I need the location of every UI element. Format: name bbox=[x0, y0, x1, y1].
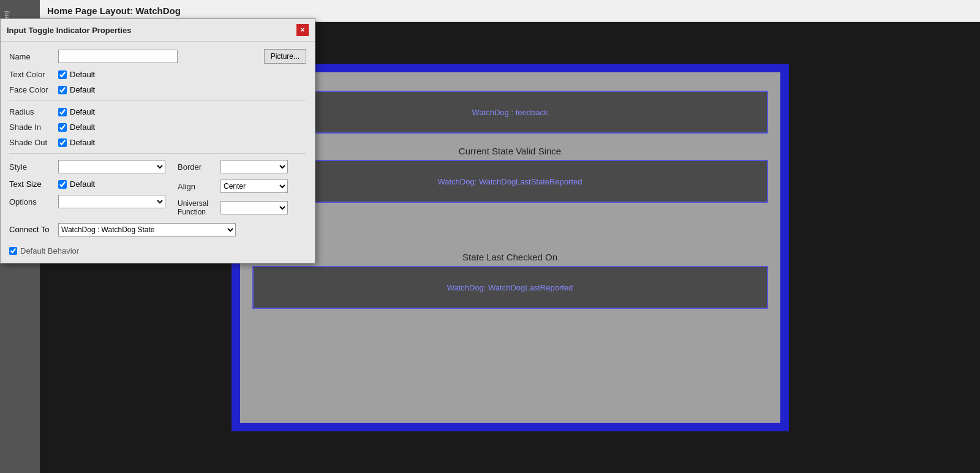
text-color-label: Text Color bbox=[9, 70, 58, 79]
universal-function-select[interactable] bbox=[221, 201, 288, 214]
border-label: Border bbox=[178, 162, 221, 172]
widget-last-state-bar[interactable]: WatchDog: WatchDogLastStateReported bbox=[252, 160, 768, 203]
text-color-default-checkbox[interactable] bbox=[58, 70, 67, 79]
dialog-title: Input Toggle Indicator Properties bbox=[7, 26, 131, 35]
widget-last-reported-bar[interactable]: WatchDog: WatchDogLastReported bbox=[252, 266, 768, 309]
style-label: Style bbox=[9, 162, 58, 172]
name-row: Name Picture... bbox=[9, 49, 306, 64]
shade-in-default-checkbox[interactable] bbox=[58, 123, 67, 132]
text-size-default-label: Default bbox=[58, 180, 95, 189]
options-row: Options bbox=[9, 195, 165, 208]
radius-default-text: Default bbox=[70, 107, 95, 116]
radius-row: Radius Default bbox=[9, 107, 306, 116]
section-state-last-checked-title: State Last Checked On bbox=[252, 252, 768, 262]
align-select[interactable]: Center Left Right bbox=[221, 180, 288, 193]
face-color-default-label: Default bbox=[58, 85, 95, 94]
picture-button[interactable]: Picture... bbox=[264, 49, 306, 64]
connect-to-label: Connect To bbox=[9, 225, 58, 234]
name-label: Name bbox=[9, 52, 58, 61]
radius-label: Radius bbox=[9, 107, 58, 116]
style-select[interactable] bbox=[58, 160, 165, 173]
two-col-section: Style Text Size Default Options bbox=[9, 160, 306, 223]
options-label: Options bbox=[9, 197, 58, 206]
text-size-default-checkbox[interactable] bbox=[58, 180, 67, 189]
face-color-row: Face Color Default bbox=[9, 85, 306, 94]
text-color-row: Text Color Default bbox=[9, 70, 306, 79]
text-size-label: Text Size bbox=[9, 180, 58, 189]
radius-default-checkbox[interactable] bbox=[58, 108, 67, 116]
default-behavior-row: Default Behavior bbox=[9, 246, 306, 255]
text-color-default-text: Default bbox=[70, 70, 95, 79]
border-row: Border bbox=[178, 160, 306, 173]
name-input[interactable] bbox=[58, 50, 178, 63]
default-behavior-label: Default Behavior bbox=[20, 246, 79, 255]
section-current-state-title: Current State Valid Since bbox=[252, 146, 768, 156]
shade-in-row: Shade In Default bbox=[9, 123, 306, 132]
text-size-row: Text Size Default bbox=[9, 180, 165, 189]
widget-last-state-label: WatchDog: WatchDogLastStateReported bbox=[437, 177, 582, 186]
style-row: Style bbox=[9, 160, 165, 173]
universal-function-label: Universal Function bbox=[178, 199, 221, 217]
dialog-body: Name Picture... Text Color Default Face … bbox=[1, 42, 315, 263]
widget-feedback-bar[interactable]: WatchDog : feedback bbox=[252, 91, 768, 134]
dialog: Input Toggle Indicator Properties × Name… bbox=[0, 18, 315, 263]
shade-out-default-label: Default bbox=[58, 138, 95, 147]
divider-2 bbox=[9, 153, 306, 154]
shade-in-label: Shade In bbox=[9, 123, 58, 132]
divider-1 bbox=[9, 100, 306, 101]
section-current-state: Current State Valid Since WatchDog: Watc… bbox=[252, 146, 768, 203]
text-color-default-label: Default bbox=[58, 70, 95, 79]
page-title: Home Page Layout: WatchDog bbox=[47, 6, 181, 16]
col-left: Style Text Size Default Options bbox=[9, 160, 165, 223]
shade-out-default-checkbox[interactable] bbox=[58, 138, 67, 147]
default-behavior-checkbox[interactable] bbox=[9, 247, 17, 255]
border-select[interactable] bbox=[221, 160, 288, 173]
align-label: Align bbox=[178, 182, 221, 191]
shade-out-row: Shade Out Default bbox=[9, 138, 306, 147]
gray-panel: WatchDog : feedback Current State Valid … bbox=[240, 72, 780, 423]
face-color-default-checkbox[interactable] bbox=[58, 86, 67, 94]
radius-default-label: Default bbox=[58, 107, 95, 116]
shade-out-default-text: Default bbox=[70, 138, 95, 147]
shade-in-default-text: Default bbox=[70, 123, 95, 132]
shade-in-default-label: Default bbox=[58, 123, 95, 132]
shade-out-label: Shade Out bbox=[9, 138, 58, 147]
col-right: Border Align Center Left Right bbox=[178, 160, 306, 223]
face-color-default-text: Default bbox=[70, 85, 95, 94]
face-color-label: Face Color bbox=[9, 85, 58, 94]
dialog-header: Input Toggle Indicator Properties × bbox=[1, 19, 315, 42]
section-state-last-checked: State Last Checked On WatchDog: WatchDog… bbox=[252, 252, 768, 309]
align-row: Align Center Left Right bbox=[178, 180, 306, 193]
connect-to-select[interactable]: WatchDog : WatchDog State bbox=[58, 223, 236, 236]
options-select[interactable] bbox=[58, 195, 165, 208]
connect-to-row: Connect To WatchDog : WatchDog State bbox=[9, 223, 306, 236]
widget-last-reported-label: WatchDog: WatchDogLastReported bbox=[447, 283, 573, 292]
universal-function-row: Universal Function bbox=[178, 199, 306, 217]
text-size-default-text: Default bbox=[70, 180, 95, 189]
widget-feedback-label: WatchDog : feedback bbox=[472, 108, 548, 117]
close-button[interactable]: × bbox=[296, 24, 309, 36]
